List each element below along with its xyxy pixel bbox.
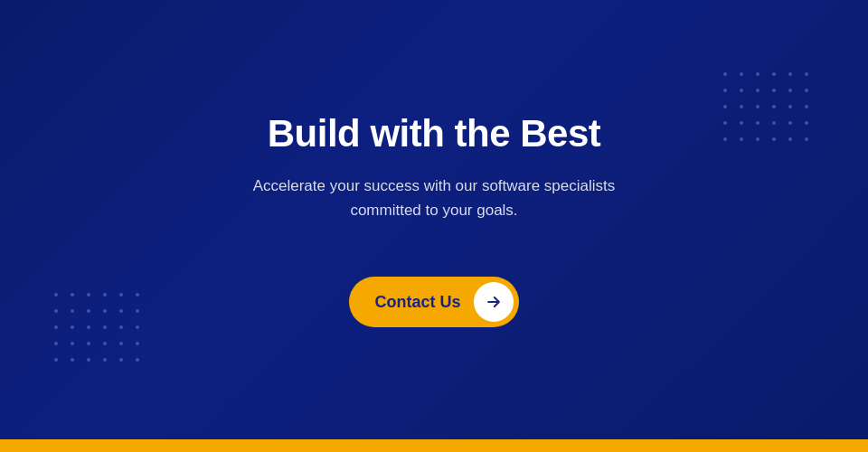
hero-subtitle: Accelerate your success with our softwar… <box>217 174 651 222</box>
contact-us-label: Contact Us <box>374 293 460 312</box>
arrow-icon <box>474 282 514 322</box>
dots-top-right <box>723 72 814 146</box>
dots-bottom-left <box>54 293 145 367</box>
contact-us-button[interactable]: Contact Us <box>349 277 518 327</box>
bottom-bar <box>0 439 868 452</box>
page-title: Build with the Best <box>268 112 601 155</box>
page-wrapper: Build with the Best Accelerate your succ… <box>0 0 868 452</box>
hero-section: Build with the Best Accelerate your succ… <box>0 0 868 439</box>
